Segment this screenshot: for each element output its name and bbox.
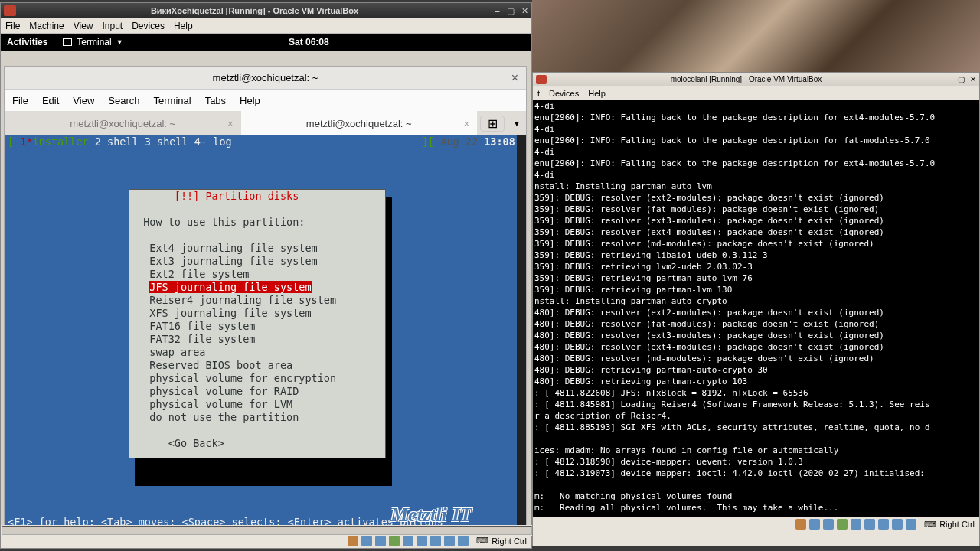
screen-status-line: [ 1*installer 2 shell 3 shell 4- log ][ …: [5, 135, 526, 148]
fs-option[interactable]: XFS journaling file system: [149, 307, 311, 319]
recording-icon[interactable]: [444, 536, 455, 546]
terminal-scrollbar[interactable]: [517, 135, 526, 532]
usb-icon[interactable]: [403, 536, 413, 546]
vm2-console[interactable]: 4-di enu[2960]: INFO: Falling back to th…: [533, 100, 979, 517]
menu-machine[interactable]: Machine: [29, 21, 64, 31]
fs-option[interactable]: physical volume for LVM: [149, 398, 292, 410]
vm2-statusbar: ⌨ Right Ctrl: [533, 517, 979, 531]
term-menu-terminal[interactable]: Terminal: [154, 95, 191, 106]
hdd-icon[interactable]: [795, 519, 806, 530]
terminal-close-icon[interactable]: ×: [511, 71, 518, 85]
display-icon[interactable]: [430, 536, 441, 546]
app-menu-label: Terminal: [77, 37, 111, 47]
chevron-down-icon: ▼: [116, 38, 123, 46]
maximize-icon[interactable]: ▢: [955, 75, 967, 83]
terminal-tab-1[interactable]: metztli@xochiquetzal: ~ ×: [241, 111, 478, 135]
horizontal-scrollbar[interactable]: [1, 525, 533, 536]
term-menu-file[interactable]: File: [12, 95, 28, 106]
minimize-icon[interactable]: ‒: [942, 75, 955, 83]
usb-icon[interactable]: [851, 519, 861, 530]
fs-option[interactable]: Reiser4 journaling file system: [149, 294, 336, 306]
network-icon[interactable]: [389, 536, 400, 546]
terminal-title: metztli@xochiquetzal: ~: [213, 72, 318, 83]
hostkey-label: Right Ctrl: [492, 536, 527, 546]
menu-view[interactable]: View: [74, 21, 93, 31]
menu-file[interactable]: File: [5, 21, 20, 31]
app-menu[interactable]: Terminal ▼: [63, 37, 122, 47]
dialog-prompt: How to use this partition:: [143, 216, 305, 228]
tab-menu-button[interactable]: ▼: [508, 119, 526, 128]
menu-devices[interactable]: Devices: [132, 21, 165, 31]
tab-close-icon[interactable]: ×: [227, 118, 234, 129]
fs-option-selected[interactable]: JFS journaling file system: [149, 281, 311, 293]
vm-window-2: moiocoiani [Running] - Oracle VM Virtual…: [532, 72, 980, 546]
fs-option[interactable]: Reserved BIOS boot area: [149, 359, 292, 371]
terminal-window: metztli@xochiquetzal: ~ × File Edit View…: [4, 66, 527, 533]
term-menu-search[interactable]: Search: [108, 95, 139, 106]
tab-close-icon[interactable]: ×: [463, 118, 469, 129]
fs-option[interactable]: Ext2 file system: [149, 268, 249, 280]
menu-devices[interactable]: Devices: [549, 89, 579, 98]
vbox-icon: [4, 5, 16, 16]
terminal-tab-0[interactable]: metztli@xochiquetzal: ~ ×: [5, 111, 241, 135]
fs-option[interactable]: physical volume for RAID: [149, 385, 299, 397]
tab-label: metztli@xochiquetzal: ~: [70, 118, 175, 129]
close-icon[interactable]: ✕: [967, 75, 979, 83]
vm-window-1: ВикиXochiquetzal [Running] - Oracle VM V…: [0, 2, 532, 549]
close-icon[interactable]: ✕: [518, 6, 531, 16]
new-tab-button[interactable]: ⊞: [480, 116, 505, 132]
fs-option[interactable]: swap area: [149, 346, 205, 358]
term-menu-help[interactable]: Help: [240, 95, 260, 106]
terminal-titlebar[interactable]: metztli@xochiquetzal: ~ ×: [5, 67, 526, 90]
shared-folder-icon[interactable]: [864, 519, 875, 530]
menu-input[interactable]: Input: [103, 21, 123, 31]
optical-icon[interactable]: [361, 536, 372, 546]
audio-icon[interactable]: [823, 519, 834, 530]
vm1-titlebar[interactable]: ВикиXochiquetzal [Running] - Oracle VM V…: [1, 3, 531, 18]
fs-option[interactable]: do not use the partition: [149, 411, 299, 423]
watermark: Metztli IT: [390, 504, 472, 527]
minimize-icon[interactable]: ‒: [490, 6, 504, 16]
menu-help[interactable]: Help: [174, 21, 193, 31]
cpu-icon[interactable]: [458, 536, 469, 546]
vm1-title: ВикиXochiquetzal [Running] - Oracle VM V…: [19, 6, 490, 15]
menu-help[interactable]: Help: [588, 89, 606, 98]
gnome-top-bar: Activities Terminal ▼ Sat 06:08: [1, 34, 531, 51]
fs-option[interactable]: Ext4 journaling file system: [149, 242, 317, 254]
term-menu-edit[interactable]: Edit: [42, 95, 59, 106]
clock[interactable]: Sat 06:08: [289, 37, 329, 47]
tab-label: metztli@xochiquetzal: ~: [306, 118, 412, 129]
hostkey-label: Right Ctrl: [939, 520, 975, 529]
network-icon[interactable]: [837, 519, 848, 530]
shared-folder-icon[interactable]: [416, 536, 427, 546]
terminal-icon: [63, 38, 72, 46]
fs-option[interactable]: FAT16 file system: [149, 320, 255, 332]
terminal-body[interactable]: [ 1*installer 2 shell 3 shell 4- log ][ …: [5, 135, 526, 532]
term-menu-tabs[interactable]: Tabs: [205, 95, 226, 106]
maximize-icon[interactable]: ▢: [504, 6, 518, 16]
terminal-tabbar: metztli@xochiquetzal: ~ × metztli@xochiq…: [5, 111, 526, 135]
fs-option[interactable]: physical volume for encryption: [149, 372, 336, 384]
go-back-button[interactable]: <Go Back>: [168, 437, 224, 449]
fs-option[interactable]: FAT32 file system: [149, 333, 255, 345]
dialog-title: [!!] Partition disks: [175, 190, 299, 202]
vm2-menubar: t Devices Help: [533, 86, 979, 100]
terminal-menubar: File Edit View Search Terminal Tabs Help: [5, 90, 526, 111]
audio-icon[interactable]: [375, 536, 386, 546]
recording-icon[interactable]: [892, 519, 903, 530]
fs-option[interactable]: Ext3 journaling file system: [149, 255, 317, 267]
vm2-titlebar[interactable]: moiocoiani [Running] - Oracle VM Virtual…: [533, 73, 979, 86]
cpu-icon[interactable]: [906, 519, 916, 530]
vm1-menubar: File Machine View Input Devices Help: [1, 18, 531, 34]
desktop-wallpaper: [532, 0, 980, 72]
display-icon[interactable]: [878, 519, 889, 530]
dialog-body: [!!] Partition disks How to use this par…: [129, 190, 385, 458]
menu-fragment[interactable]: t: [537, 89, 540, 98]
hdd-icon[interactable]: [348, 536, 358, 546]
partition-dialog: [!!] Partition disks How to use this par…: [129, 189, 386, 458]
optical-icon[interactable]: [809, 519, 820, 530]
term-menu-view[interactable]: View: [73, 95, 94, 106]
vbox-icon: [536, 75, 547, 84]
activities-button[interactable]: Activities: [7, 37, 47, 47]
vm2-title: moiocoiani [Running] - Oracle VM Virtual…: [550, 75, 942, 83]
